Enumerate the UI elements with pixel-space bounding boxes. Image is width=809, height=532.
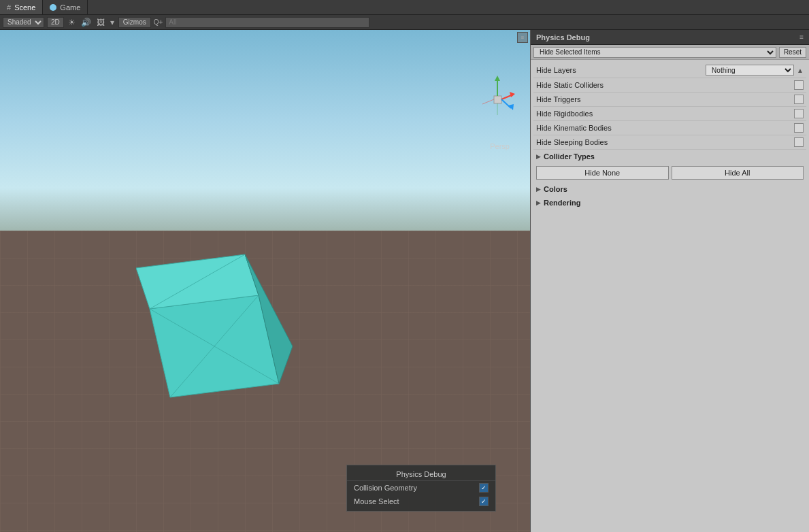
hide-triggers-checkbox[interactable] [794, 95, 804, 104]
collider-types-label: Collider Types [544, 152, 595, 161]
hide-triggers-row: Hide Triggers [533, 93, 806, 107]
svg-line-11 [501, 99, 511, 108]
corner-menu-icon[interactable]: ≡ [517, 32, 528, 43]
hide-static-label: Hide Static Colliders [536, 81, 794, 89]
collider-types-section[interactable]: ▶ Collider Types [533, 150, 806, 163]
mouse-select-label: Mouse Select [354, 497, 399, 505]
hide-mode-dropdown[interactable]: Hide Selected Items [533, 47, 776, 58]
hide-layers-select[interactable]: Nothing [706, 65, 794, 76]
hide-triggers-label: Hide Triggers [536, 95, 794, 103]
sky-background [0, 30, 530, 256]
hide-layers-row: Hide Layers Nothing ▲ [533, 63, 806, 78]
hide-all-button[interactable]: Hide All [672, 166, 804, 180]
svg-rect-6 [494, 96, 501, 103]
colors-label: Colors [544, 185, 567, 193]
panel-title: Physics Debug [536, 33, 799, 41]
hide-sleeping-checkbox[interactable] [794, 137, 804, 147]
overlay-popup-title: Physics Debug [347, 468, 495, 481]
reset-button[interactable]: Reset [779, 47, 806, 58]
game-circle-icon [50, 4, 56, 11]
collision-geometry-checkbox[interactable]: ✓ [479, 483, 489, 493]
collision-geometry-label: Collision Geometry [354, 484, 417, 492]
hide-rigidbodies-checkbox[interactable] [794, 109, 804, 118]
tab-bar: # Scene Game [0, 0, 809, 15]
tab-game[interactable]: Game [43, 0, 88, 14]
svg-marker-10 [510, 92, 515, 97]
collider-types-arrow: ▶ [536, 153, 541, 160]
panel-content: Hide Layers Nothing ▲ Hide Static Collid… [531, 60, 809, 532]
hide-sleeping-label: Hide Sleeping Bodies [536, 138, 794, 146]
hide-buttons-row: Hide None Hide All [533, 163, 806, 182]
3d-cube [136, 241, 293, 425]
overlay-row-collision[interactable]: Collision Geometry ✓ [347, 481, 495, 495]
hide-kinematic-row: Hide Kinematic Bodies [533, 121, 806, 135]
overlay-row-mouse[interactable]: Mouse Select ✓ [347, 495, 495, 508]
hide-triggers-control [794, 95, 804, 104]
hide-kinematic-label: Hide Kinematic Bodies [536, 124, 794, 132]
hide-static-row: Hide Static Colliders [533, 78, 806, 93]
search-input[interactable] [165, 17, 369, 28]
scene-hash-icon: # [7, 3, 11, 12]
panel-header: Physics Debug ≡ [531, 30, 809, 45]
gizmos-button[interactable]: Gizmos [118, 17, 151, 28]
2d-button[interactable]: 2D [47, 17, 64, 28]
hide-sleeping-control [794, 137, 804, 147]
hide-static-checkbox[interactable] [794, 80, 804, 90]
hide-layers-control: Nothing ▲ [706, 65, 804, 76]
colors-section[interactable]: ▶ Colors [533, 182, 806, 196]
rendering-label: Rendering [544, 199, 580, 207]
effects-icon[interactable]: ▾ [109, 18, 116, 27]
hide-sleeping-row: Hide Sleeping Bodies [533, 135, 806, 150]
colors-arrow: ▶ [536, 186, 541, 193]
hide-kinematic-control [794, 123, 804, 133]
svg-line-13 [482, 99, 494, 104]
svg-marker-8 [495, 76, 500, 81]
tab-scene[interactable]: # Scene [0, 0, 43, 14]
scene-toolbar: Shaded 2D ☀ 🔊 🖼 ▾ Gizmos Q+ [0, 15, 809, 30]
shaded-select[interactable]: Shaded [3, 17, 44, 28]
gizmo-widget[interactable] [479, 74, 516, 129]
hide-rigidbodies-control [794, 109, 804, 118]
right-panel: Physics Debug ≡ Hide Selected Items Rese… [530, 30, 809, 532]
tab-scene-label: Scene [14, 3, 35, 12]
hide-static-control [794, 80, 804, 90]
mouse-select-checkbox[interactable]: ✓ [479, 497, 489, 506]
image-icon[interactable]: 🖼 [95, 18, 106, 27]
sun-icon[interactable]: ☀ [67, 18, 77, 27]
overlay-popup: Physics Debug Collision Geometry ✓ Mouse… [346, 465, 496, 512]
audio-icon[interactable]: 🔊 [80, 18, 93, 27]
scene-viewport[interactable]: Persp ≡ Physics Debug Collision Geometry… [0, 30, 530, 532]
main-content: Persp ≡ Physics Debug Collision Geometry… [0, 30, 809, 532]
panel-toolbar: Hide Selected Items Reset [531, 45, 809, 60]
hide-layers-label: Hide Layers [536, 66, 706, 74]
hide-kinematic-checkbox[interactable] [794, 123, 804, 133]
persp-label: Persp [490, 142, 510, 150]
tab-game-label: Game [60, 3, 80, 12]
hide-rigidbodies-label: Hide Rigidbodies [536, 110, 794, 118]
hide-layers-arrow: ▲ [797, 67, 804, 74]
rendering-section[interactable]: ▶ Rendering [533, 196, 806, 210]
hide-rigidbodies-row: Hide Rigidbodies [533, 107, 806, 121]
search-prefix: Q+ [154, 18, 163, 26]
hide-none-button[interactable]: Hide None [536, 166, 669, 180]
rendering-arrow: ▶ [536, 199, 541, 206]
panel-menu-icon[interactable]: ≡ [799, 33, 804, 41]
